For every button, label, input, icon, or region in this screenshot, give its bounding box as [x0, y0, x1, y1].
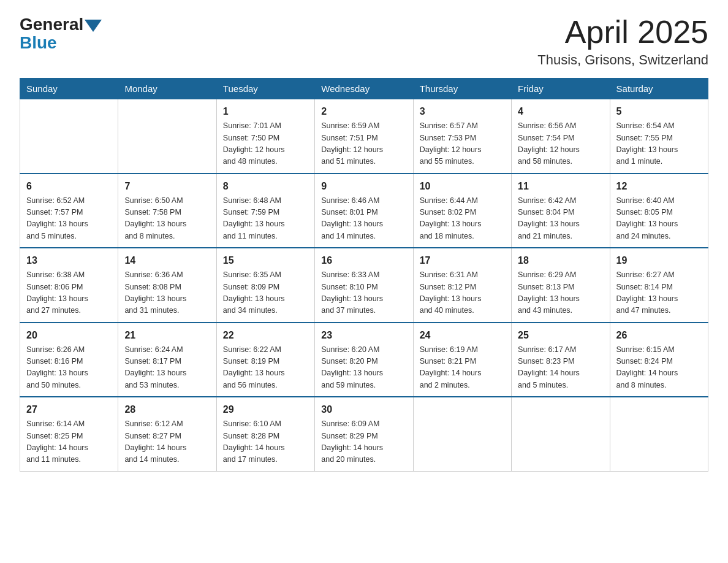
- weekday-header-sunday: Sunday: [20, 79, 118, 99]
- calendar-cell: 7Sunrise: 6:50 AM Sunset: 7:58 PM Daylig…: [118, 174, 216, 248]
- title-section: April 2025 Thusis, Grisons, Switzerland: [537, 15, 708, 68]
- day-number: 18: [518, 253, 603, 268]
- calendar-cell: 6Sunrise: 6:52 AM Sunset: 7:57 PM Daylig…: [20, 174, 118, 248]
- day-info: Sunrise: 6:52 AM Sunset: 7:57 PM Dayligh…: [26, 195, 112, 243]
- day-number: 8: [223, 179, 308, 194]
- calendar-cell: 11Sunrise: 6:42 AM Sunset: 8:04 PM Dayli…: [512, 174, 610, 248]
- weekday-header-thursday: Thursday: [413, 79, 511, 99]
- day-info: Sunrise: 6:35 AM Sunset: 8:09 PM Dayligh…: [223, 269, 308, 317]
- page-header: General Blue April 2025 Thusis, Grisons,…: [20, 15, 708, 68]
- day-number: 29: [223, 402, 308, 417]
- day-number: 17: [420, 253, 505, 268]
- calendar-cell: 16Sunrise: 6:33 AM Sunset: 8:10 PM Dayli…: [315, 248, 413, 323]
- calendar-cell: 26Sunrise: 6:15 AM Sunset: 8:24 PM Dayli…: [610, 323, 708, 397]
- day-number: 2: [321, 104, 406, 119]
- calendar-cell: 15Sunrise: 6:35 AM Sunset: 8:09 PM Dayli…: [216, 248, 314, 323]
- logo: General Blue: [20, 15, 102, 53]
- calendar-cell: 8Sunrise: 6:48 AM Sunset: 7:59 PM Daylig…: [216, 174, 314, 248]
- calendar-cell: 25Sunrise: 6:17 AM Sunset: 8:23 PM Dayli…: [512, 323, 610, 397]
- day-info: Sunrise: 6:54 AM Sunset: 7:55 PM Dayligh…: [616, 120, 702, 168]
- day-number: 11: [518, 179, 603, 194]
- day-info: Sunrise: 6:59 AM Sunset: 7:51 PM Dayligh…: [321, 120, 406, 168]
- calendar-cell: [610, 397, 708, 471]
- day-info: Sunrise: 6:33 AM Sunset: 8:10 PM Dayligh…: [321, 269, 406, 317]
- calendar-cell: [413, 397, 511, 471]
- logo-general-text: General: [20, 15, 83, 34]
- calendar-cell: 10Sunrise: 6:44 AM Sunset: 8:02 PM Dayli…: [413, 174, 511, 248]
- calendar-week-row: 1Sunrise: 7:01 AM Sunset: 7:50 PM Daylig…: [20, 99, 708, 174]
- day-info: Sunrise: 6:31 AM Sunset: 8:12 PM Dayligh…: [420, 269, 505, 317]
- calendar-cell: 1Sunrise: 7:01 AM Sunset: 7:50 PM Daylig…: [216, 99, 314, 174]
- day-number: 28: [124, 402, 210, 417]
- day-info: Sunrise: 6:15 AM Sunset: 8:24 PM Dayligh…: [616, 344, 702, 392]
- day-number: 30: [321, 402, 406, 417]
- day-number: 23: [321, 328, 406, 343]
- day-number: 19: [616, 253, 702, 268]
- day-info: Sunrise: 6:17 AM Sunset: 8:23 PM Dayligh…: [518, 344, 603, 392]
- day-number: 3: [420, 104, 505, 119]
- calendar-cell: 29Sunrise: 6:10 AM Sunset: 8:28 PM Dayli…: [216, 397, 314, 471]
- calendar-week-row: 13Sunrise: 6:38 AM Sunset: 8:06 PM Dayli…: [20, 248, 708, 323]
- calendar-cell: 14Sunrise: 6:36 AM Sunset: 8:08 PM Dayli…: [118, 248, 216, 323]
- calendar-cell: 13Sunrise: 6:38 AM Sunset: 8:06 PM Dayli…: [20, 248, 118, 323]
- day-info: Sunrise: 6:38 AM Sunset: 8:06 PM Dayligh…: [26, 269, 112, 317]
- day-number: 12: [616, 179, 702, 194]
- day-number: 10: [420, 179, 505, 194]
- day-info: Sunrise: 6:42 AM Sunset: 8:04 PM Dayligh…: [518, 195, 603, 243]
- day-info: Sunrise: 6:14 AM Sunset: 8:25 PM Dayligh…: [26, 418, 112, 466]
- day-info: Sunrise: 6:56 AM Sunset: 7:54 PM Dayligh…: [518, 120, 603, 168]
- day-number: 14: [124, 253, 210, 268]
- day-number: 21: [124, 328, 210, 343]
- weekday-header-tuesday: Tuesday: [216, 79, 314, 99]
- day-number: 4: [518, 104, 603, 119]
- day-info: Sunrise: 6:36 AM Sunset: 8:08 PM Dayligh…: [124, 269, 210, 317]
- calendar-cell: 20Sunrise: 6:26 AM Sunset: 8:16 PM Dayli…: [20, 323, 118, 397]
- day-number: 27: [26, 402, 112, 417]
- calendar-cell: 17Sunrise: 6:31 AM Sunset: 8:12 PM Dayli…: [413, 248, 511, 323]
- calendar-cell: 4Sunrise: 6:56 AM Sunset: 7:54 PM Daylig…: [512, 99, 610, 174]
- day-info: Sunrise: 6:26 AM Sunset: 8:16 PM Dayligh…: [26, 344, 112, 392]
- day-info: Sunrise: 6:57 AM Sunset: 7:53 PM Dayligh…: [420, 120, 505, 168]
- calendar-cell: 24Sunrise: 6:19 AM Sunset: 8:21 PM Dayli…: [413, 323, 511, 397]
- day-number: 13: [26, 253, 112, 268]
- day-info: Sunrise: 6:19 AM Sunset: 8:21 PM Dayligh…: [420, 344, 505, 392]
- calendar-cell: 22Sunrise: 6:22 AM Sunset: 8:19 PM Dayli…: [216, 323, 314, 397]
- day-number: 16: [321, 253, 406, 268]
- calendar-cell: 23Sunrise: 6:20 AM Sunset: 8:20 PM Dayli…: [315, 323, 413, 397]
- calendar-week-row: 20Sunrise: 6:26 AM Sunset: 8:16 PM Dayli…: [20, 323, 708, 397]
- day-number: 5: [616, 104, 702, 119]
- day-info: Sunrise: 7:01 AM Sunset: 7:50 PM Dayligh…: [223, 120, 308, 168]
- calendar-cell: 19Sunrise: 6:27 AM Sunset: 8:14 PM Dayli…: [610, 248, 708, 323]
- logo-arrow-icon: [85, 20, 102, 32]
- day-info: Sunrise: 6:46 AM Sunset: 8:01 PM Dayligh…: [321, 195, 406, 243]
- calendar-cell: [118, 99, 216, 174]
- day-info: Sunrise: 6:50 AM Sunset: 7:58 PM Dayligh…: [124, 195, 210, 243]
- day-info: Sunrise: 6:12 AM Sunset: 8:27 PM Dayligh…: [124, 418, 210, 466]
- day-info: Sunrise: 6:22 AM Sunset: 8:19 PM Dayligh…: [223, 344, 308, 392]
- calendar-week-row: 6Sunrise: 6:52 AM Sunset: 7:57 PM Daylig…: [20, 174, 708, 248]
- day-number: 7: [124, 179, 210, 194]
- day-number: 6: [26, 179, 112, 194]
- day-info: Sunrise: 6:44 AM Sunset: 8:02 PM Dayligh…: [420, 195, 505, 243]
- weekday-header-wednesday: Wednesday: [315, 79, 413, 99]
- day-number: 24: [420, 328, 505, 343]
- day-info: Sunrise: 6:29 AM Sunset: 8:13 PM Dayligh…: [518, 269, 603, 317]
- day-number: 9: [321, 179, 406, 194]
- day-info: Sunrise: 6:48 AM Sunset: 7:59 PM Dayligh…: [223, 195, 308, 243]
- weekday-header-saturday: Saturday: [610, 79, 708, 99]
- calendar-cell: 21Sunrise: 6:24 AM Sunset: 8:17 PM Dayli…: [118, 323, 216, 397]
- calendar-week-row: 27Sunrise: 6:14 AM Sunset: 8:25 PM Dayli…: [20, 397, 708, 471]
- day-number: 1: [223, 104, 308, 119]
- day-number: 22: [223, 328, 308, 343]
- day-number: 15: [223, 253, 308, 268]
- calendar-cell: 12Sunrise: 6:40 AM Sunset: 8:05 PM Dayli…: [610, 174, 708, 248]
- day-info: Sunrise: 6:20 AM Sunset: 8:20 PM Dayligh…: [321, 344, 406, 392]
- logo-blue-text: Blue: [20, 33, 57, 53]
- weekday-header-monday: Monday: [118, 79, 216, 99]
- month-title: April 2025: [537, 15, 708, 50]
- day-info: Sunrise: 6:10 AM Sunset: 8:28 PM Dayligh…: [223, 418, 308, 466]
- location-title: Thusis, Grisons, Switzerland: [537, 52, 708, 68]
- calendar-cell: 30Sunrise: 6:09 AM Sunset: 8:29 PM Dayli…: [315, 397, 413, 471]
- calendar-header-row: SundayMondayTuesdayWednesdayThursdayFrid…: [20, 79, 708, 99]
- calendar-cell: 18Sunrise: 6:29 AM Sunset: 8:13 PM Dayli…: [512, 248, 610, 323]
